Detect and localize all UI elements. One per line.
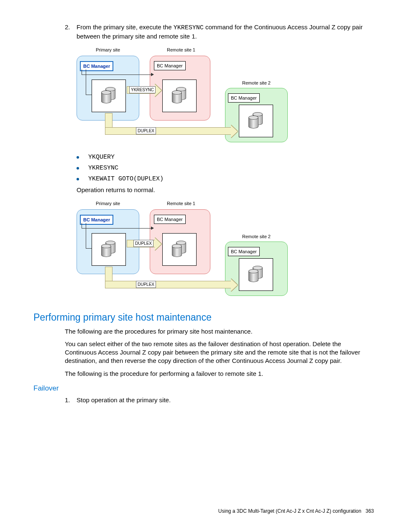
bullet-text: YKRESYNC	[88, 164, 118, 172]
arrow-label-duplex-1: DUPLEX	[133, 240, 153, 247]
bullet-ykquery: YKQUERY	[77, 153, 374, 162]
bullet-text: YKEWAIT GOTO(DUPLEX)	[88, 175, 164, 183]
replication-arrow-2-vert	[105, 267, 113, 281]
bc-manager-remote2: BC Manager	[228, 247, 260, 257]
command-list: YKQUERY YKRESYNC YKEWAIT GOTO(DUPLEX)	[77, 153, 374, 184]
arrowhead-icon	[151, 226, 154, 230]
bullet-ykresync: YKRESYNC	[77, 164, 374, 172]
connector-line	[86, 223, 86, 248]
connector-line	[86, 248, 92, 249]
bullet-icon	[77, 167, 79, 170]
paragraph-procedure: The following is the procedure for perfo…	[65, 370, 374, 378]
bullet-ykewait: YKEWAIT GOTO(DUPLEX)	[77, 175, 374, 183]
bc-manager-remote1: BC Manager	[154, 61, 186, 71]
command-ykresync: YKRESYNC	[174, 24, 204, 31]
bc-manager-remote1: BC Manager	[154, 215, 186, 224]
bc-manager-remote2: BC Manager	[228, 93, 260, 103]
label-remote-site-1: Remote site 1	[156, 200, 206, 207]
paragraph-failover-select: You can select either of the two remote …	[65, 340, 374, 365]
storage-remote1	[162, 233, 197, 266]
connector-line	[82, 228, 152, 229]
connector-line	[86, 69, 86, 95]
connector-line	[82, 69, 82, 75]
step-text-a: From the primary site, execute the	[77, 23, 174, 31]
arrow-label-duplex-2: DUPLEX	[136, 281, 156, 288]
label-remote-site-2: Remote site 2	[231, 80, 281, 86]
page-number: 363	[366, 508, 374, 514]
heading-primary-site-host-maintenance: Performing primary site host maintenance	[33, 311, 374, 324]
step-number: 2.	[65, 23, 77, 41]
failover-step-1: 1. Stop operation at the primary site.	[65, 396, 374, 404]
step-body: Stop operation at the primary site.	[77, 396, 374, 404]
bc-manager-primary: BC Manager	[80, 215, 113, 225]
replication-arrow-2-vert	[105, 113, 113, 127]
connector-line	[82, 75, 152, 75]
label-remote-site-2: Remote site 2	[231, 234, 281, 240]
connector-line	[86, 95, 92, 95]
label-primary-site: Primary site	[83, 200, 133, 207]
step-2: 2. From the primary site, execute the YK…	[65, 23, 374, 41]
heading-failover: Failover	[33, 384, 374, 393]
replication-arrow-2	[105, 281, 231, 288]
step-body: From the primary site, execute the YKRES…	[77, 23, 374, 41]
bullet-icon	[77, 156, 79, 159]
storage-remote2	[239, 258, 273, 291]
diagram-1: Primary site Remote site 1 Remote site 2…	[77, 45, 374, 150]
connector-line	[82, 223, 82, 228]
label-remote-site-1: Remote site 1	[156, 47, 206, 53]
paragraph-intro: The following are the procedures for pri…	[65, 327, 374, 336]
footer-text: Using a 3DC Multi-Target (Cnt Ac-J Z x C…	[218, 508, 361, 514]
diagram-2: Primary site Remote site 1 Remote site 2…	[77, 199, 374, 303]
bc-manager-primary: BC Manager	[80, 61, 113, 72]
step-number: 1.	[65, 396, 77, 404]
arrow-label-duplex: DUPLEX	[136, 127, 156, 135]
bullet-text: YKQUERY	[88, 153, 115, 162]
label-primary-site: Primary site	[83, 47, 133, 53]
storage-remote1	[162, 80, 197, 112]
storage-primary	[92, 233, 126, 266]
storage-remote2	[239, 105, 273, 137]
operation-returns: Operation returns to normal.	[77, 186, 374, 194]
arrow-label-ykresync: YKRESYNC	[129, 86, 156, 94]
storage-primary	[92, 80, 126, 112]
replication-arrow-2	[105, 127, 231, 135]
bullet-icon	[77, 178, 79, 180]
page-footer: Using a 3DC Multi-Target (Cnt Ac-J Z x C…	[218, 508, 374, 514]
arrowhead-icon	[151, 73, 154, 76]
